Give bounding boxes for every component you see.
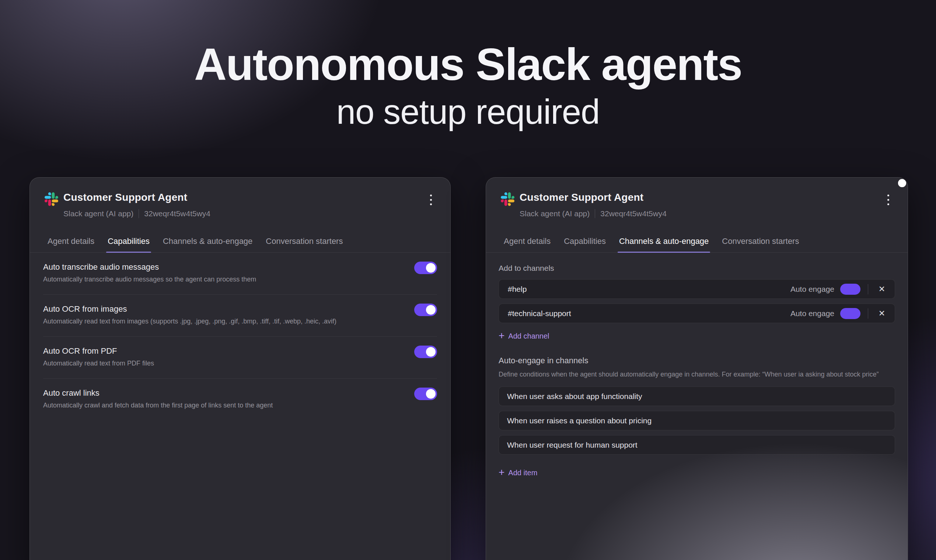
capability-description: Automatically crawl and fetch data from … — [43, 402, 393, 409]
agent-name: Customer Support Agent — [63, 192, 425, 203]
agent-config-card-channels: Customer Support Agent Slack agent (AI a… — [486, 177, 908, 560]
kebab-menu-icon[interactable] — [882, 192, 894, 207]
remove-channel-icon[interactable]: ✕ — [876, 283, 888, 295]
agent-id: 32weqr4t5w4t5wy4 — [144, 209, 211, 218]
hero: Autonomous Slack agents no setup require… — [0, 40, 936, 132]
row-divider — [868, 308, 868, 319]
capability-description: Automatically read text from PDF files — [43, 360, 393, 367]
agent-type-label: Slack agent (AI app) — [63, 209, 133, 218]
capability-title: Auto transcribe audio messages — [43, 262, 393, 272]
slack-logo-icon — [501, 192, 514, 206]
row-divider — [868, 284, 868, 294]
tab-bar: Agent details Capabilities Channels & au… — [486, 233, 908, 253]
add-channel-button[interactable]: + Add channel — [499, 331, 550, 341]
auto-engage-label: Auto engage — [790, 285, 834, 294]
capability-row-ocr-pdf: Auto OCR from PDF Automatically read tex… — [43, 337, 437, 379]
toggle-auto-transcribe[interactable] — [414, 262, 437, 274]
auto-engage-condition-input[interactable]: When user raises a question about pricin… — [499, 411, 895, 430]
tab-agent-details[interactable]: Agent details — [504, 233, 551, 252]
capability-row-ocr-images: Auto OCR from images Automatically read … — [43, 295, 437, 337]
auto-engage-section-description: Define conditions when the agent should … — [499, 371, 895, 378]
panel-header: Customer Support Agent Slack agent (AI a… — [30, 178, 450, 218]
subtitle-divider — [595, 209, 595, 218]
tab-conversation-starters[interactable]: Conversation starters — [266, 233, 343, 252]
remove-channel-icon[interactable]: ✕ — [876, 307, 888, 320]
tab-conversation-starters[interactable]: Conversation starters — [722, 233, 799, 252]
auto-engage-label: Auto engage — [790, 309, 834, 318]
capability-row-crawl-links: Auto crawl links Automatically crawl and… — [43, 379, 437, 420]
plus-icon: + — [499, 467, 505, 477]
channel-row-technical-support: #technical-support Auto engage ✕ — [499, 303, 895, 323]
capabilities-list: Auto transcribe audio messages Automatic… — [30, 253, 450, 420]
tab-bar: Agent details Capabilities Channels & au… — [30, 233, 450, 253]
capability-title: Auto OCR from images — [43, 304, 393, 314]
panel-header: Customer Support Agent Slack agent (AI a… — [486, 178, 908, 218]
tab-channels-auto-engage[interactable]: Channels & auto-engage — [619, 233, 709, 252]
channel-name: #help — [508, 285, 790, 294]
agent-id: 32weqr4t5w4t5wy4 — [600, 209, 667, 218]
add-item-button[interactable]: + Add item — [499, 468, 537, 478]
tab-capabilities[interactable]: Capabilities — [564, 233, 606, 252]
agent-config-card-capabilities: Customer Support Agent Slack agent (AI a… — [29, 177, 451, 560]
toggle-crawl-links[interactable] — [414, 388, 437, 400]
capability-title: Auto crawl links — [43, 388, 393, 398]
capability-row-auto-transcribe: Auto transcribe audio messages Automatic… — [43, 253, 437, 295]
channel-name: #technical-support — [508, 309, 790, 318]
channel-row-help: #help Auto engage ✕ — [499, 279, 895, 299]
plus-icon: + — [499, 331, 505, 341]
hero-subtitle: no setup required — [0, 92, 936, 132]
slack-logo-icon — [45, 192, 58, 206]
tab-channels-auto-engage[interactable]: Channels & auto-engage — [163, 233, 252, 252]
tab-agent-details[interactable]: Agent details — [48, 233, 94, 252]
agent-subtitle: Slack agent (AI app) 32weqr4t5w4t5wy4 — [63, 209, 425, 218]
hero-title: Autonomous Slack agents — [0, 40, 936, 89]
kebab-menu-icon[interactable] — [425, 192, 437, 207]
agent-name: Customer Support Agent — [520, 192, 882, 203]
auto-engage-condition-input[interactable]: When user asks about app functionality — [499, 386, 895, 406]
agent-subtitle: Slack agent (AI app) 32weqr4t5w4t5wy4 — [520, 209, 882, 218]
add-channel-label: Add channel — [508, 332, 549, 340]
toggle-ocr-images[interactable] — [414, 303, 437, 316]
auto-engage-condition-input[interactable]: When user request for human support — [499, 435, 895, 455]
capability-description: Automatically read text from images (sup… — [43, 318, 393, 325]
capability-description: Automatically transcribe audio messages … — [43, 275, 393, 283]
auto-engage-section-title: Auto-engage in channels — [499, 356, 895, 366]
add-item-label: Add item — [508, 469, 537, 477]
agent-type-label: Slack agent (AI app) — [520, 209, 590, 218]
subtitle-divider — [139, 209, 139, 218]
toggle-auto-engage-help[interactable] — [840, 284, 861, 295]
toggle-auto-engage-technical-support[interactable] — [840, 308, 861, 319]
capability-title: Auto OCR from PDF — [43, 346, 393, 356]
add-to-channels-label: Add to channels — [499, 264, 895, 272]
toggle-ocr-pdf[interactable] — [414, 346, 437, 358]
tab-capabilities[interactable]: Capabilities — [108, 233, 149, 252]
